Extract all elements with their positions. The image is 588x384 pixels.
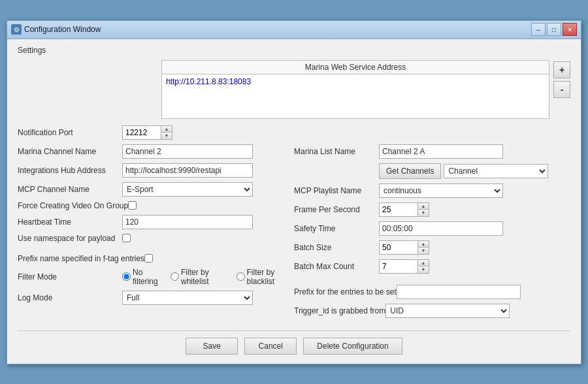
title-bar-buttons: – □ ✕ xyxy=(531,23,577,36)
title-bar-left: ⚙ Configuration Window xyxy=(11,24,101,35)
batch-max-count-spinner: ▲ ▼ xyxy=(379,259,429,274)
marina-list-name-label: Marina List Name xyxy=(294,147,379,156)
mcp-playlist-select[interactable]: continuous playlist1 xyxy=(379,184,503,198)
batch-max-count-down[interactable]: ▼ xyxy=(418,266,429,273)
title-bar: ⚙ Configuration Window – □ ✕ xyxy=(7,21,581,39)
notification-port-up[interactable]: ▲ xyxy=(161,126,172,133)
remove-url-button[interactable]: - xyxy=(553,81,570,98)
two-col-layout: Marina Channel Name Integrations Hub Add… xyxy=(18,144,570,323)
web-service-side-buttons: + - xyxy=(553,60,570,119)
marina-channel-name-input[interactable] xyxy=(122,144,253,159)
filter-mode-radio-group: No filtering Filter by whitelist Filter … xyxy=(122,268,294,286)
batch-max-count-input[interactable] xyxy=(379,259,418,274)
prefix-name-checkbox-wrap xyxy=(144,254,153,263)
maximize-button[interactable]: □ xyxy=(547,23,561,36)
fps-down[interactable]: ▼ xyxy=(418,210,429,216)
safety-time-input[interactable] xyxy=(379,221,503,236)
marina-channel-name-label: Marina Channel Name xyxy=(18,147,122,156)
notification-port-label: Notification Port xyxy=(18,128,122,137)
notification-port-spinner: 12212 ▲ ▼ xyxy=(122,125,172,140)
close-button[interactable]: ✕ xyxy=(563,23,577,36)
trigger-id-row: Trigger_id is grabbed from UID Other xyxy=(294,304,570,318)
radio-no-filtering[interactable]: No filtering xyxy=(122,268,163,286)
prefix-name-row: Prefix name specified in f-tag entries xyxy=(18,254,294,263)
fps-up[interactable]: ▲ xyxy=(418,203,429,210)
batch-max-count-label: Batch Max Count xyxy=(294,262,379,271)
batch-size-row: Batch Size ▲ ▼ xyxy=(294,240,570,255)
integrations-hub-row: Integrations Hub Address xyxy=(18,163,294,178)
window-icon: ⚙ xyxy=(11,24,22,35)
notification-port-input[interactable]: 12212 xyxy=(122,125,161,140)
notification-port-arrows: ▲ ▼ xyxy=(161,125,172,140)
batch-max-count-up[interactable]: ▲ xyxy=(418,260,429,266)
force-creating-label: Force Creating Video On Group xyxy=(18,201,128,210)
batch-size-arrows: ▲ ▼ xyxy=(418,240,429,255)
settings-heading: Settings xyxy=(18,46,570,55)
radio-blacklist[interactable]: Filter by blacklist xyxy=(237,268,295,286)
integrations-hub-label: Integrations Hub Address xyxy=(18,166,122,175)
prefix-entries-input[interactable] xyxy=(397,285,521,299)
channel-select[interactable]: Channel Channel 2 A Other xyxy=(444,164,548,178)
heartbeat-time-input[interactable] xyxy=(122,215,253,229)
filter-mode-label: Filter Mode xyxy=(18,272,122,281)
batch-max-count-arrows: ▲ ▼ xyxy=(418,259,429,274)
frame-per-second-input[interactable] xyxy=(379,202,418,217)
notification-port-down[interactable]: ▼ xyxy=(161,133,172,139)
radio-whitelist[interactable]: Filter by whitelist xyxy=(171,268,229,286)
marina-list-name-input[interactable] xyxy=(379,144,503,159)
batch-size-down[interactable]: ▼ xyxy=(418,248,429,254)
prefix-name-label: Prefix name specified in f-tag entries xyxy=(18,254,144,263)
mcp-channel-name-label: MCP Channel Name xyxy=(18,185,122,194)
log-mode-select[interactable]: Full Minimal None xyxy=(122,291,253,305)
notification-port-row: Notification Port 12212 ▲ ▼ xyxy=(18,125,570,140)
web-service-url[interactable]: http://10.211.8.83:18083 xyxy=(162,74,549,89)
log-mode-label: Log Mode xyxy=(18,293,122,302)
cancel-button[interactable]: Cancel xyxy=(244,338,297,355)
get-channels-button[interactable]: Get Channels xyxy=(379,163,441,179)
configuration-window: ⚙ Configuration Window – □ ✕ Settings Ma… xyxy=(7,20,581,364)
mcp-playlist-name-label: MCP Playlist Name xyxy=(294,186,379,195)
integrations-hub-input[interactable] xyxy=(122,163,253,178)
prefix-entries-row: Prefix for the entries to be set xyxy=(294,285,570,299)
trigger-id-select[interactable]: UID Other xyxy=(385,304,510,318)
mcp-channel-select[interactable]: E-Sport Channel 1 Channel 2 xyxy=(122,182,253,197)
window-title: Configuration Window xyxy=(24,25,101,34)
trigger-id-label: Trigger_id is grabbed from xyxy=(294,306,385,315)
mcp-playlist-name-row: MCP Playlist Name continuous playlist1 xyxy=(294,184,570,198)
get-channels-row: Get Channels Channel Channel 2 A Other xyxy=(294,163,570,179)
force-creating-row: Force Creating Video On Group xyxy=(18,201,294,210)
add-url-button[interactable]: + xyxy=(553,61,570,78)
use-namespace-row: Use namespace for payload xyxy=(18,234,294,243)
heartbeat-time-label: Heartbeat Time xyxy=(18,217,122,227)
frame-per-second-spinner: ▲ ▼ xyxy=(379,202,429,217)
bottom-bar: Save Cancel Delete Configuration xyxy=(18,330,570,355)
batch-max-count-row: Batch Max Count ▲ ▼ xyxy=(294,259,570,274)
batch-size-label: Batch Size xyxy=(294,243,379,252)
filter-mode-row: Filter Mode No filtering Filter by white… xyxy=(18,268,294,286)
web-service-box: Marina Web Service Address http://10.211… xyxy=(161,60,549,119)
use-namespace-label: Use namespace for payload xyxy=(18,234,122,243)
batch-size-spinner: ▲ ▼ xyxy=(379,240,429,255)
web-service-section: Marina Web Service Address http://10.211… xyxy=(18,60,570,119)
log-mode-row: Log Mode Full Minimal None xyxy=(18,291,294,305)
content-area: Settings Marina Web Service Address http… xyxy=(7,39,581,364)
frame-per-second-arrows: ▲ ▼ xyxy=(418,202,429,217)
use-namespace-checkbox[interactable] xyxy=(122,234,131,242)
prefix-entries-label: Prefix for the entries to be set xyxy=(294,287,397,296)
frame-per-second-label: Frame Per Second xyxy=(294,205,379,214)
minimize-button[interactable]: – xyxy=(531,23,546,36)
force-creating-checkbox[interactable] xyxy=(128,201,137,210)
delete-configuration-button[interactable]: Delete Configuration xyxy=(303,338,402,355)
mcp-channel-name-row: MCP Channel Name E-Sport Channel 1 Chann… xyxy=(18,182,294,197)
web-service-title: Marina Web Service Address xyxy=(162,61,549,74)
save-button[interactable]: Save xyxy=(186,338,238,355)
batch-size-input[interactable] xyxy=(379,240,418,255)
batch-size-up[interactable]: ▲ xyxy=(418,241,429,248)
use-namespace-checkbox-wrap xyxy=(122,234,131,242)
safety-time-row: Safety Time xyxy=(294,221,570,236)
left-column: Marina Channel Name Integrations Hub Add… xyxy=(18,144,294,323)
frame-per-second-row: Frame Per Second ▲ ▼ xyxy=(294,202,570,217)
prefix-name-checkbox[interactable] xyxy=(144,254,153,263)
marina-channel-name-row: Marina Channel Name xyxy=(18,144,294,159)
safety-time-label: Safety Time xyxy=(294,224,379,233)
